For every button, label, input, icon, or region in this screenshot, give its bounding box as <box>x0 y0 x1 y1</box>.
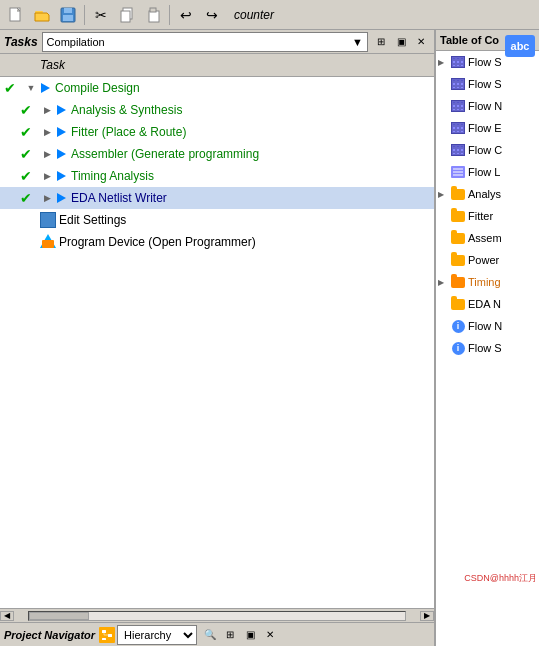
task-name: Edit Settings <box>59 213 126 227</box>
expand-icon[interactable]: ▶ <box>40 169 54 183</box>
hierarchy-select[interactable]: Hierarchy <box>117 625 197 645</box>
task-list[interactable]: ✔ ▼ Compile Design ✔ ▶ Analysis & Synthe… <box>0 77 434 608</box>
check-icon: ✔ <box>20 102 40 118</box>
bottom-icon-2[interactable]: ⊞ <box>221 626 239 644</box>
toc-item-eda[interactable]: EDA N <box>436 293 539 315</box>
svg-rect-4 <box>63 15 73 21</box>
toc-item-flow-n[interactable]: Flow N <box>436 95 539 117</box>
task-item-eda[interactable]: ✔ ▶ EDA Netlist Writer <box>0 187 434 209</box>
folder-icon <box>450 187 466 201</box>
task-column-header: Task <box>0 54 434 77</box>
svg-rect-8 <box>150 8 156 12</box>
play-icon[interactable] <box>54 147 68 161</box>
table-icon <box>450 99 466 113</box>
task-icon-1[interactable]: ⊞ <box>372 33 390 51</box>
new-button[interactable] <box>4 3 28 27</box>
task-item-compile-design[interactable]: ✔ ▼ Compile Design <box>0 77 434 99</box>
expand-icon[interactable]: ▶ <box>40 147 54 161</box>
play-icon[interactable] <box>54 169 68 183</box>
copy-button[interactable] <box>115 3 139 27</box>
toc-text: Flow C <box>468 144 502 156</box>
play-icon[interactable] <box>38 81 52 95</box>
task-icon-3[interactable]: ✕ <box>412 33 430 51</box>
toc-item-flow-c[interactable]: Flow C <box>436 139 539 161</box>
bottom-icon-3[interactable]: ▣ <box>241 626 259 644</box>
save-button[interactable] <box>56 3 80 27</box>
expand-icon[interactable]: ▶ <box>40 103 54 117</box>
open-button[interactable] <box>30 3 54 27</box>
task-name: Assembler (Generate programming <box>71 147 259 161</box>
paste-button[interactable] <box>141 3 165 27</box>
expand-icon[interactable]: ▶ <box>40 125 54 139</box>
toc-item-analysis[interactable]: ▶ Analys <box>436 183 539 205</box>
info-icon: i <box>450 341 466 355</box>
hierarchy-dropdown[interactable]: Hierarchy <box>99 625 197 645</box>
right-panel: abc Table of Co ▶ Flow S <box>436 30 539 646</box>
expand-icon[interactable]: ▼ <box>24 81 38 95</box>
bottom-bar: Project Navigator Hierarchy <box>0 622 434 646</box>
tasks-label: Tasks <box>4 35 38 49</box>
task-item-analysis[interactable]: ✔ ▶ Analysis & Synthesis <box>0 99 434 121</box>
check-icon: ✔ <box>20 168 40 184</box>
tasks-icons: ⊞ ▣ ✕ <box>372 33 430 51</box>
toc-item-assembler[interactable]: Assem <box>436 227 539 249</box>
task-name: Fitter (Place & Route) <box>71 125 186 139</box>
list-icon <box>450 165 466 179</box>
toc-text: Flow N <box>468 100 502 112</box>
redo-button[interactable]: ↪ <box>200 3 224 27</box>
folder-icon <box>450 209 466 223</box>
toc-item-flow-e[interactable]: Flow E <box>436 117 539 139</box>
toc-item-flow-l[interactable]: Flow L <box>436 161 539 183</box>
toc-text: Power <box>468 254 499 266</box>
undo-button[interactable]: ↩ <box>174 3 198 27</box>
expand-icon[interactable]: ▶ <box>438 58 450 67</box>
play-icon[interactable] <box>54 103 68 117</box>
toc-text: Flow N <box>468 320 502 332</box>
scroll-right-arrow[interactable]: ▶ <box>420 611 434 621</box>
task-icon-2[interactable]: ▣ <box>392 33 410 51</box>
expand-icon[interactable]: ▶ <box>438 190 450 199</box>
toc-item-flow-s-info[interactable]: i Flow S <box>436 337 539 359</box>
cut-button[interactable]: ✂ <box>89 3 113 27</box>
toc-text: Assem <box>468 232 502 244</box>
play-icon[interactable] <box>54 125 68 139</box>
folder-icon <box>450 275 466 289</box>
play-icon[interactable] <box>54 191 68 205</box>
table-icon <box>450 143 466 157</box>
task-item-assembler[interactable]: ✔ ▶ Assembler (Generate programming <box>0 143 434 165</box>
svg-rect-6 <box>121 11 130 22</box>
toc-item-flow-s2[interactable]: Flow S <box>436 73 539 95</box>
table-icon <box>450 55 466 69</box>
svg-rect-7 <box>149 11 159 22</box>
program-icon <box>40 234 56 250</box>
compilation-dropdown[interactable]: Compilation ▼ <box>42 32 368 52</box>
task-item-program[interactable]: Program Device (Open Programmer) <box>0 231 434 253</box>
bottom-icon-1[interactable]: 🔍 <box>201 626 219 644</box>
scroll-track[interactable] <box>28 611 406 621</box>
folder-icon <box>450 231 466 245</box>
bottom-icons: 🔍 ⊞ ▣ ✕ <box>201 626 279 644</box>
separator-2 <box>169 5 170 25</box>
toc-text: Flow E <box>468 122 502 134</box>
task-item-edit-settings[interactable]: Edit Settings <box>0 209 434 231</box>
toc-item-fitter[interactable]: Fitter <box>436 205 539 227</box>
project-title: counter <box>234 8 274 22</box>
horizontal-scrollbar[interactable]: ◀ ▶ <box>0 608 434 622</box>
tasks-bar: Tasks Compilation ▼ ⊞ ▣ ✕ <box>0 30 434 54</box>
toc-item-timing[interactable]: ▶ Timing <box>436 271 539 293</box>
scroll-left-arrow[interactable]: ◀ <box>0 611 14 621</box>
check-icon: ✔ <box>20 124 40 140</box>
expand-icon[interactable]: ▶ <box>438 278 450 287</box>
table-icon <box>450 77 466 91</box>
toc-list[interactable]: ▶ Flow S Flow S <box>436 51 539 646</box>
info-icon: i <box>450 319 466 333</box>
bottom-icon-4[interactable]: ✕ <box>261 626 279 644</box>
task-item-timing[interactable]: ✔ ▶ Timing Analysis <box>0 165 434 187</box>
scroll-thumb[interactable] <box>29 612 89 620</box>
toc-item-power[interactable]: Power <box>436 249 539 271</box>
watermark: CSDN@hhhh江月 <box>462 571 539 586</box>
toc-item-flow-n-info[interactable]: i Flow N <box>436 315 539 337</box>
task-item-fitter[interactable]: ✔ ▶ Fitter (Place & Route) <box>0 121 434 143</box>
svg-rect-3 <box>64 8 72 13</box>
expand-icon[interactable]: ▶ <box>40 191 54 205</box>
